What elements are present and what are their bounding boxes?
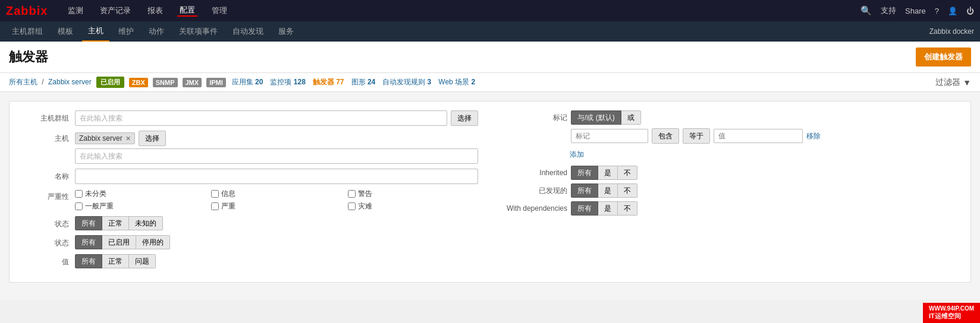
name-row: 名称	[21, 169, 478, 184]
with-deps-btn-group: 所有 是 不	[571, 201, 637, 216]
name-input[interactable]	[75, 169, 478, 184]
tab-graphs[interactable]: 图形 24	[350, 77, 377, 87]
tab-triggers[interactable]: 触发器 77	[312, 77, 345, 87]
state-all-btn[interactable]: 所有	[75, 216, 102, 230]
support-link[interactable]: 支持	[881, 5, 896, 16]
severity-unclassified-cb[interactable]	[75, 190, 83, 198]
tag-or-btn[interactable]: 或	[621, 110, 641, 125]
tag-value-input[interactable]	[714, 129, 803, 143]
severity-disaster-label: 灾难	[358, 201, 372, 211]
host-group-select-btn[interactable]: 选择	[451, 110, 478, 126]
sec-nav-templates[interactable]: 模板	[52, 21, 79, 42]
status-enabled-btn[interactable]: 已启用	[102, 235, 136, 249]
discovered-yes-btn[interactable]: 是	[598, 183, 618, 198]
status-row: 状态 所有 已启用 停用的	[21, 235, 478, 249]
nav-config[interactable]: 配置	[177, 5, 197, 17]
nav-reports[interactable]: 报表	[145, 5, 165, 16]
nav-monitor[interactable]: 监测	[65, 5, 86, 16]
create-trigger-button[interactable]: 创建触发器	[916, 48, 971, 66]
enabled-badge: 已启用	[96, 77, 124, 88]
tag-inputs-row: 包含 等于 移除	[502, 128, 959, 144]
all-hosts-link[interactable]: 所有主机	[9, 78, 37, 86]
severity-label: 严重性	[21, 189, 69, 202]
state-label: 状态	[21, 216, 69, 229]
help-link[interactable]: ?	[935, 7, 939, 15]
with-deps-all-btn[interactable]: 所有	[571, 201, 598, 216]
logout-icon[interactable]: ⏻	[966, 7, 974, 15]
value-problem-btn[interactable]: 问题	[129, 254, 156, 268]
host-group-input[interactable]	[75, 110, 447, 126]
severity-average-cb[interactable]	[75, 202, 83, 210]
severity-row: 严重性 未分类 信息 警告	[21, 189, 478, 211]
tab-web-scenarios[interactable]: Web 场景 2	[437, 77, 476, 87]
value-row: 值 所有 正常 问题	[21, 254, 478, 268]
severity-info-label: 信息	[221, 189, 235, 199]
sec-nav-correlations[interactable]: 关联项事件	[173, 21, 224, 42]
severity-high[interactable]: 严重	[211, 201, 341, 211]
host-tag-remove[interactable]: ✕	[125, 135, 131, 142]
profile-icon[interactable]: 👤	[948, 7, 957, 15]
severity-warning-cb[interactable]	[348, 190, 356, 198]
severity-info[interactable]: 信息	[211, 189, 341, 199]
discovered-all-btn[interactable]: 所有	[571, 183, 598, 198]
tab-discovery-rules[interactable]: 自动发现规则 3	[381, 77, 432, 87]
severity-high-cb[interactable]	[211, 202, 219, 210]
severity-disaster-cb[interactable]	[348, 202, 356, 210]
inherited-yes-btn[interactable]: 是	[598, 166, 618, 180]
tag-section-label: 标记	[502, 113, 567, 123]
sec-nav-hostgroups[interactable]: 主机群组	[6, 21, 49, 42]
host-field-wrap: Zabbix server ✕ 选择	[75, 131, 478, 164]
page-title: 触发器	[9, 48, 48, 66]
tag-equals-btn[interactable]: 等于	[683, 128, 710, 144]
filter-button[interactable]: 过滤器 ▼	[935, 77, 971, 88]
tag-and-or-btn[interactable]: 与/或 (默认)	[571, 110, 621, 125]
host-link[interactable]: Zabbix server	[48, 78, 92, 86]
host-label: 主机	[21, 131, 69, 144]
status-disabled-btn[interactable]: 停用的	[136, 235, 170, 249]
state-normal-btn[interactable]: 正常	[102, 216, 129, 230]
breadcrumb: 所有主机 / Zabbix server	[9, 77, 92, 87]
value-normal-btn[interactable]: 正常	[102, 254, 129, 268]
state-row: 状态 所有 正常 未知的	[21, 216, 478, 230]
search-button[interactable]: 🔍	[860, 5, 872, 16]
share-link[interactable]: Share	[905, 7, 926, 15]
sec-nav-services[interactable]: 服务	[272, 21, 300, 42]
tab-applications[interactable]: 应用集 20	[231, 77, 265, 87]
nav-assets[interactable]: 资产记录	[98, 5, 133, 16]
value-label: 值	[21, 254, 69, 267]
sec-nav-maintenance[interactable]: 维护	[112, 21, 140, 42]
inherited-label: Inherited	[502, 169, 567, 177]
tag-name-input[interactable]	[571, 129, 648, 143]
breadcrumb-separator: /	[42, 78, 46, 86]
sec-nav-actions[interactable]: 动作	[143, 21, 170, 42]
host-tag-chip: Zabbix server ✕	[75, 132, 135, 144]
sec-nav-hosts[interactable]: 主机	[82, 21, 109, 42]
zbx-badge: ZBX	[129, 78, 148, 87]
severity-unclassified[interactable]: 未分类	[75, 189, 205, 199]
status-all-btn[interactable]: 所有	[75, 235, 102, 249]
inherited-all-btn[interactable]: 所有	[571, 166, 598, 180]
tab-items[interactable]: 监控项 128	[269, 77, 306, 87]
filter-left-column: 主机群组 选择 主机 Zabbix server ✕	[21, 110, 478, 273]
severity-disaster[interactable]: 灾难	[348, 201, 478, 211]
with-deps-yes-btn[interactable]: 是	[598, 201, 618, 216]
discovered-no-btn[interactable]: 不	[618, 183, 637, 198]
status-label: 状态	[21, 235, 69, 248]
state-unknown-btn[interactable]: 未知的	[129, 216, 163, 230]
sec-nav-discovery[interactable]: 自动发现	[227, 21, 269, 42]
inherited-no-btn[interactable]: 不	[618, 166, 637, 180]
severity-average[interactable]: 一般严重	[75, 201, 205, 211]
with-deps-no-btn[interactable]: 不	[618, 201, 637, 216]
host-search-input[interactable]	[75, 148, 478, 164]
host-select-btn[interactable]: 选择	[139, 131, 166, 146]
ipmi-badge: IPMI	[206, 78, 226, 87]
tag-contains-btn[interactable]: 包含	[652, 128, 679, 144]
nav-admin[interactable]: 管理	[209, 5, 230, 16]
value-all-btn[interactable]: 所有	[75, 254, 102, 268]
state-btn-group: 所有 正常 未知的	[75, 216, 163, 230]
severity-info-cb[interactable]	[211, 190, 219, 198]
add-tag-link[interactable]: 添加	[570, 150, 584, 160]
severity-warning[interactable]: 警告	[348, 189, 478, 199]
tag-remove-link[interactable]: 移除	[806, 131, 821, 141]
filter-right-column: 标记 与/或 (默认) 或 包含 等于 移除 添加	[502, 110, 959, 273]
